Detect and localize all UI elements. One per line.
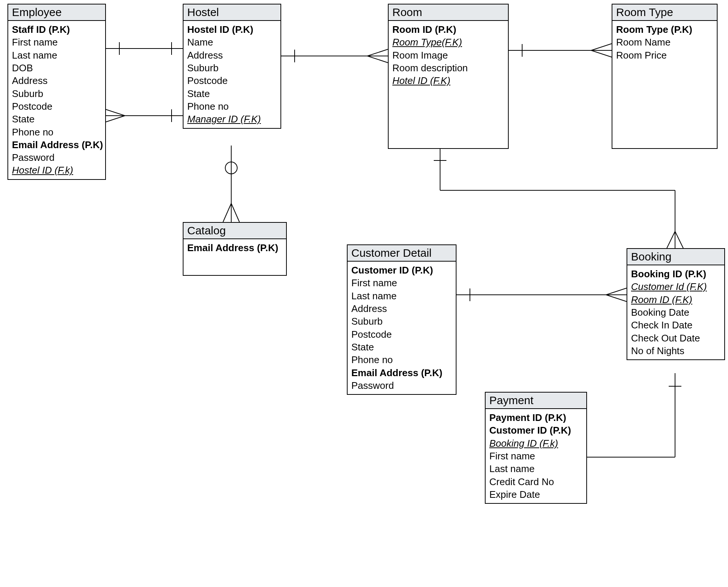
field: Room ID (P.K) bbox=[392, 23, 504, 36]
entity-booking: Booking Booking ID (P.K)Customer Id (F.K… bbox=[627, 248, 725, 360]
field: First name bbox=[351, 277, 452, 289]
field: Suburb bbox=[12, 87, 101, 100]
svg-line-20 bbox=[231, 203, 239, 222]
entity-body: Room ID (P.K)Room Type(F.K)Room ImageRoo… bbox=[389, 21, 508, 90]
svg-line-30 bbox=[606, 295, 627, 302]
field: Room ID (F.K) bbox=[631, 293, 721, 306]
entity-body: Booking ID (P.K)Customer Id (F.K)Room ID… bbox=[627, 265, 724, 359]
field: Hostel ID (F.k) bbox=[12, 164, 101, 177]
svg-line-25 bbox=[667, 231, 675, 248]
field: Payment ID (P.K) bbox=[489, 411, 583, 424]
field: Suburb bbox=[187, 62, 277, 74]
field: Last name bbox=[12, 49, 101, 62]
entity-body: Email Address (P.K) bbox=[183, 239, 286, 256]
field: Check Out Date bbox=[631, 332, 721, 344]
field: Room Name bbox=[616, 36, 713, 49]
field: First name bbox=[489, 450, 583, 462]
field: Name bbox=[187, 36, 277, 49]
field: Expire Date bbox=[489, 488, 583, 501]
field: Address bbox=[12, 74, 101, 87]
entity-payment: Payment Payment ID (P.K)Customer ID (P.K… bbox=[485, 392, 587, 504]
field: Credit Card No bbox=[489, 475, 583, 488]
field: First name bbox=[12, 36, 101, 49]
svg-line-6 bbox=[104, 116, 125, 122]
svg-line-29 bbox=[606, 288, 627, 295]
field: State bbox=[351, 341, 452, 353]
entity-body: Room Type (P.K)Room NameRoom Price bbox=[612, 21, 717, 64]
field: Postcode bbox=[351, 328, 452, 341]
field: Email Address (P.K) bbox=[351, 366, 452, 379]
field: Customer ID (P.K) bbox=[351, 264, 452, 277]
field: Last name bbox=[351, 290, 452, 302]
field: Email Address (P.K) bbox=[12, 138, 101, 151]
field: Room description bbox=[392, 62, 504, 74]
entity-title: Customer Detail bbox=[348, 245, 456, 262]
field: Booking Date bbox=[631, 306, 721, 319]
field: Phone no bbox=[351, 353, 452, 366]
entity-employee: Employee Staff ID (P.K)First nameLast na… bbox=[7, 4, 106, 180]
field: Room Type(F.K) bbox=[392, 36, 504, 49]
entity-room: Room Room ID (P.K)Room Type(F.K)Room Ima… bbox=[388, 4, 509, 149]
entity-body: Hostel ID (P.K)NameAddressSuburbPostcode… bbox=[183, 21, 280, 128]
field: Hotel ID (F.K) bbox=[392, 74, 504, 87]
field: State bbox=[187, 87, 277, 100]
field: Booking ID (F.k) bbox=[489, 437, 583, 450]
entity-roomtype: Room Type Room Type (P.K)Room NameRoom P… bbox=[612, 4, 718, 149]
field: No of Nights bbox=[631, 344, 721, 357]
entity-body: Payment ID (P.K)Customer ID (P.K)Booking… bbox=[486, 409, 586, 503]
field: Email Address (P.K) bbox=[187, 241, 282, 254]
field: Room Image bbox=[392, 49, 504, 62]
svg-line-19 bbox=[223, 203, 231, 222]
field: Customer Id (F.K) bbox=[631, 280, 721, 293]
field: Room Type (P.K) bbox=[616, 23, 713, 36]
field: Address bbox=[187, 49, 277, 62]
svg-line-26 bbox=[675, 231, 683, 248]
field: DOB bbox=[12, 62, 101, 74]
entity-title: Booking bbox=[627, 249, 724, 265]
entity-title: Room bbox=[389, 4, 508, 21]
entity-title: Employee bbox=[8, 4, 105, 21]
field: Manager ID (F.K) bbox=[187, 113, 277, 125]
svg-line-10 bbox=[367, 56, 388, 63]
field: Address bbox=[351, 302, 452, 315]
field: Last name bbox=[489, 462, 583, 475]
entity-body: Staff ID (P.K)First nameLast nameDOBAddr… bbox=[8, 21, 105, 179]
field: Phone no bbox=[12, 126, 101, 138]
field: Password bbox=[12, 151, 101, 164]
field: Booking ID (P.K) bbox=[631, 268, 721, 280]
er-diagram-canvas: Employee Staff ID (P.K)First nameLast na… bbox=[0, 0, 728, 587]
entity-title: Catalog bbox=[183, 223, 286, 239]
svg-line-15 bbox=[591, 50, 612, 57]
svg-line-9 bbox=[367, 49, 388, 56]
entity-title: Hostel bbox=[183, 4, 280, 21]
svg-line-14 bbox=[591, 44, 612, 50]
entity-catalog: Catalog Email Address (P.K) bbox=[183, 222, 287, 276]
field: Check In Date bbox=[631, 319, 721, 331]
entity-title: Room Type bbox=[612, 4, 717, 21]
entity-title: Payment bbox=[486, 393, 586, 409]
svg-point-18 bbox=[225, 162, 237, 174]
field: Suburb bbox=[351, 315, 452, 328]
field: Staff ID (P.K) bbox=[12, 23, 101, 36]
entity-body: Customer ID (P.K)First nameLast nameAddr… bbox=[348, 262, 456, 394]
field: Phone no bbox=[187, 100, 277, 113]
field: Password bbox=[351, 379, 452, 392]
entity-hostel: Hostel Hostel ID (P.K)NameAddressSuburbP… bbox=[183, 4, 281, 129]
svg-line-5 bbox=[104, 109, 125, 116]
field: Postcode bbox=[187, 74, 277, 87]
entity-customer: Customer Detail Customer ID (P.K)First n… bbox=[347, 244, 456, 395]
field: Postcode bbox=[12, 100, 101, 113]
field: Room Price bbox=[616, 49, 713, 62]
field: Customer ID (P.K) bbox=[489, 424, 583, 437]
field: Hostel ID (P.K) bbox=[187, 23, 277, 36]
field: State bbox=[12, 113, 101, 125]
